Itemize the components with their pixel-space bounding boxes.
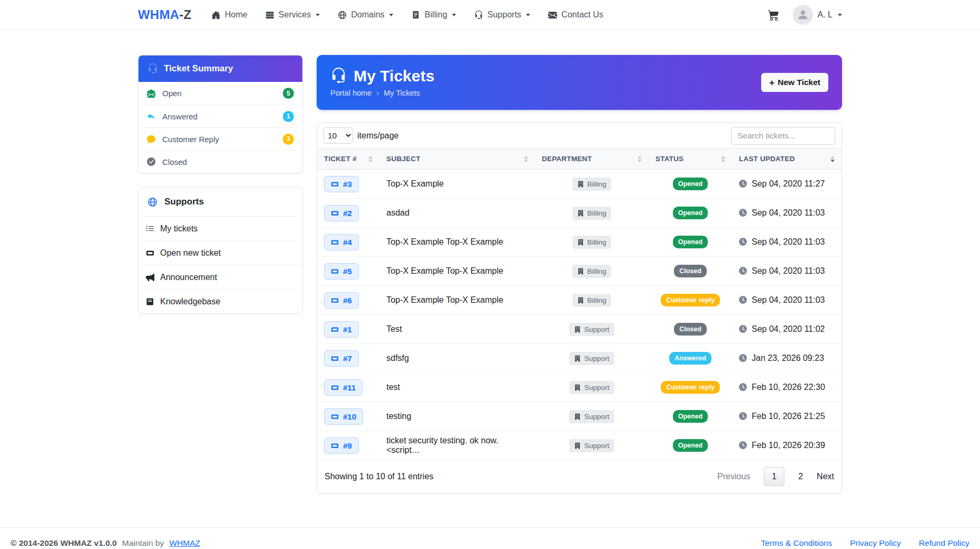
- ticket-subject-link[interactable]: sdfsfg: [386, 353, 409, 362]
- pagination-next[interactable]: Next: [817, 472, 834, 481]
- nav-item-home[interactable]: Home: [211, 10, 247, 20]
- ticket-subject-link[interactable]: Top-X Example Top-X Example: [386, 295, 503, 304]
- headset-icon: [330, 68, 347, 84]
- sort-icon[interactable]: [637, 156, 642, 162]
- status-badge: Opened: [673, 439, 708, 452]
- building-icon: [577, 181, 584, 188]
- ticket-number-link[interactable]: #2: [324, 205, 359, 221]
- supports-item-knowledgebase[interactable]: Knowledgebase: [138, 289, 302, 313]
- ticket-icon: [331, 180, 339, 188]
- ticket-subject-link[interactable]: Top-X Example Top-X Example: [386, 237, 503, 246]
- ticket-subject-link[interactable]: Top-X Example: [386, 179, 444, 188]
- column-header-department[interactable]: DEPARTMENT: [535, 148, 649, 170]
- ticket-number-link[interactable]: #7: [324, 350, 359, 367]
- building-icon: [574, 442, 581, 449]
- ticket-number-link[interactable]: #5: [324, 263, 359, 280]
- status-badge: Opened: [673, 236, 708, 248]
- footer-link-refund-policy[interactable]: Refund Policy: [919, 538, 969, 548]
- nav-item-contact-us[interactable]: Contact Us: [548, 10, 603, 20]
- ticket-subject-link[interactable]: Test: [386, 324, 402, 333]
- ticket-row: #9 ticket security testing. ok now. <scr…: [317, 431, 842, 460]
- pagination-page-2[interactable]: 2: [798, 472, 803, 481]
- summary-item-answered[interactable]: Answered1: [138, 105, 302, 127]
- column-header-subject[interactable]: SUBJECT: [380, 148, 535, 170]
- column-header-status[interactable]: STATUS: [649, 148, 732, 170]
- megaphone-icon: [146, 273, 154, 282]
- home-icon: [211, 11, 220, 20]
- building-icon: [574, 326, 581, 333]
- footer-link-terms-conditions[interactable]: Terms & Conditions: [761, 538, 832, 548]
- column-header-last-updated[interactable]: LAST UPDATED: [732, 148, 842, 170]
- new-ticket-button[interactable]: + New Ticket: [761, 73, 828, 92]
- department-badge: Billing: [572, 207, 611, 220]
- department-badge: Support: [569, 439, 614, 452]
- ticket-icon: [146, 249, 154, 257]
- services-icon: [265, 11, 274, 20]
- ticket-icon: [331, 442, 339, 450]
- user-menu[interactable]: A. L: [793, 5, 842, 25]
- ticket-subject-link[interactable]: Top-X Example Top-X Example: [386, 266, 503, 275]
- ticket-row: #3 Top-X Example Billing Opened Sep 04, …: [317, 170, 842, 199]
- nav-item-billing[interactable]: Billing: [411, 10, 456, 20]
- ticket-number-link[interactable]: #10: [324, 408, 363, 425]
- sort-icon[interactable]: [524, 156, 528, 162]
- supports-menu-header: Supports: [138, 188, 302, 216]
- nav-item-supports[interactable]: Supports: [474, 10, 530, 20]
- building-icon: [574, 413, 581, 420]
- department-badge: Billing: [572, 265, 611, 278]
- sort-icon[interactable]: [368, 156, 373, 162]
- headset-icon: [474, 11, 483, 20]
- brand-logo[interactable]: WHMA-Z: [138, 7, 191, 22]
- summary-item-customer-reply[interactable]: Customer Reply3: [138, 127, 302, 150]
- count-badge: 5: [283, 88, 294, 99]
- chevron-down-icon: [838, 14, 842, 16]
- ticket-summary-card: Ticket Summary Open5Answered1Customer Re…: [138, 55, 303, 173]
- headset-icon: [147, 63, 158, 74]
- pagination-page-1[interactable]: 1: [764, 467, 784, 486]
- clock-icon: [739, 354, 747, 362]
- department-badge: Support: [569, 323, 614, 336]
- ticket-subject-link[interactable]: asdad: [386, 208, 410, 217]
- ticket-icon: [331, 238, 339, 246]
- ticket-number-link[interactable]: #4: [324, 234, 359, 250]
- cart-icon[interactable]: [768, 10, 779, 21]
- supports-menu-card: Supports My ticketsOpen new ticketAnnoun…: [138, 187, 303, 314]
- summary-item-closed[interactable]: Closed: [138, 150, 302, 173]
- ticket-number-link[interactable]: #9: [324, 438, 359, 454]
- column-header-ticket[interactable]: TICKET #: [317, 148, 380, 170]
- footer-links: Terms & ConditionsPrivacy PolicyRefund P…: [761, 538, 970, 548]
- department-badge: Billing: [572, 294, 611, 307]
- clock-icon: [739, 209, 747, 217]
- sidebar: Ticket Summary Open5Answered1Customer Re…: [138, 55, 303, 314]
- ticket-icon: [331, 209, 339, 217]
- check-circle-icon: [147, 157, 155, 166]
- ticket-subject-link[interactable]: ticket security testing. ok now. <script…: [386, 436, 498, 454]
- sort-icon[interactable]: [830, 156, 835, 162]
- breadcrumb-separator: ›: [376, 89, 379, 97]
- building-icon: [577, 268, 584, 275]
- maintainer-link[interactable]: WHMAZ: [169, 538, 200, 548]
- supports-item-my-tickets[interactable]: My tickets: [138, 216, 302, 240]
- clock-icon: [739, 238, 747, 246]
- pagination-previous[interactable]: Previous: [717, 472, 750, 481]
- ticket-icon: [331, 296, 339, 304]
- summary-item-open[interactable]: Open5: [138, 82, 302, 105]
- ticket-number-link[interactable]: #6: [324, 292, 359, 309]
- ticket-number-link[interactable]: #1: [324, 321, 359, 338]
- supports-item-announcement[interactable]: Announcement: [138, 265, 302, 289]
- avatar: [793, 5, 813, 25]
- nav-item-services[interactable]: Services: [265, 10, 320, 20]
- breadcrumb-portal-home[interactable]: Portal home: [330, 89, 372, 97]
- ticket-number-link[interactable]: #11: [324, 379, 363, 396]
- ticket-number-link[interactable]: #3: [324, 176, 359, 192]
- chevron-down-icon: [526, 14, 530, 16]
- ticket-subject-link[interactable]: test: [386, 383, 400, 392]
- footer-link-privacy-policy[interactable]: Privacy Policy: [850, 538, 901, 548]
- supports-item-open-new-ticket[interactable]: Open new ticket: [138, 240, 302, 265]
- sort-icon[interactable]: [721, 156, 725, 162]
- nav-item-domains[interactable]: Domains: [338, 10, 393, 20]
- search-input[interactable]: [731, 127, 835, 145]
- page-size-select[interactable]: 10: [323, 127, 353, 144]
- site-footer: © 2014-2026 WHMAZ v1.0.0 Maintain by WHM…: [0, 527, 980, 549]
- ticket-subject-link[interactable]: testing: [386, 412, 411, 421]
